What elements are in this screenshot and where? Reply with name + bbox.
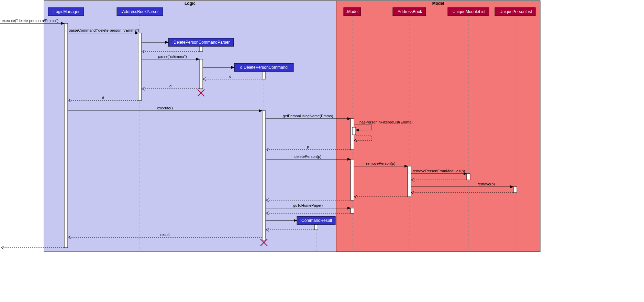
msg-label: execute("delete-person n/Emma") <box>2 19 58 23</box>
msg-label: removePerson(p) <box>366 161 396 165</box>
frame-model-label: Model <box>432 1 444 6</box>
msg-label: goToHomePage() <box>293 203 323 207</box>
activation <box>64 23 68 248</box>
frame-model <box>336 1 540 252</box>
activation <box>314 225 318 230</box>
msg-label: parse("n/Emma") <box>158 54 187 58</box>
msg-label: d <box>169 84 171 88</box>
activation <box>352 127 356 135</box>
msg-label: result <box>160 233 170 237</box>
activation <box>351 208 354 213</box>
participant-mdl-label: :Model <box>346 9 358 14</box>
participant-upl-label: :UniquePersonList <box>498 9 532 14</box>
msg-label: getPersonUsingName(Emma) <box>283 114 333 118</box>
sequence-diagram: Logic Model :LogicManager :AddressBookPa… <box>0 0 644 302</box>
activation <box>138 33 142 100</box>
msg-label: remove(p) <box>478 182 495 186</box>
msg-label: hasPersonInFilteredList(Emma) <box>359 120 413 124</box>
frame-logic-label: Logic <box>185 1 196 6</box>
participant-uml-label: :UniqueModuleList <box>451 9 486 14</box>
activation <box>513 187 517 193</box>
participant-cr-label: :CommandResult <box>300 218 332 223</box>
msg-label: execute() <box>157 106 173 110</box>
msg-label: d <box>102 96 104 100</box>
activation <box>262 111 266 240</box>
msg-label: d <box>229 74 231 78</box>
participant-dpc-label: d:DeletePersonCommand <box>240 65 288 70</box>
participant-ab-label: :AddressBook <box>397 9 423 14</box>
activation <box>199 46 203 52</box>
msg-label: removePersonFromModules(p) <box>413 169 465 173</box>
msg-label: parseCommand("delete-person n/Emma") <box>69 28 139 32</box>
activation <box>351 159 354 200</box>
activation <box>467 174 470 180</box>
participant-lm-label: :LogicManager <box>52 9 79 14</box>
activation <box>199 59 203 89</box>
participant-dpcp-label: :DeletePersonCommandParser <box>173 40 230 45</box>
activation <box>408 166 411 197</box>
msg-label: deletePerson(p) <box>295 154 321 159</box>
participant-abp-label: :AddressBookParser <box>121 9 159 14</box>
msg-label: p <box>307 145 309 149</box>
activation <box>262 72 266 79</box>
